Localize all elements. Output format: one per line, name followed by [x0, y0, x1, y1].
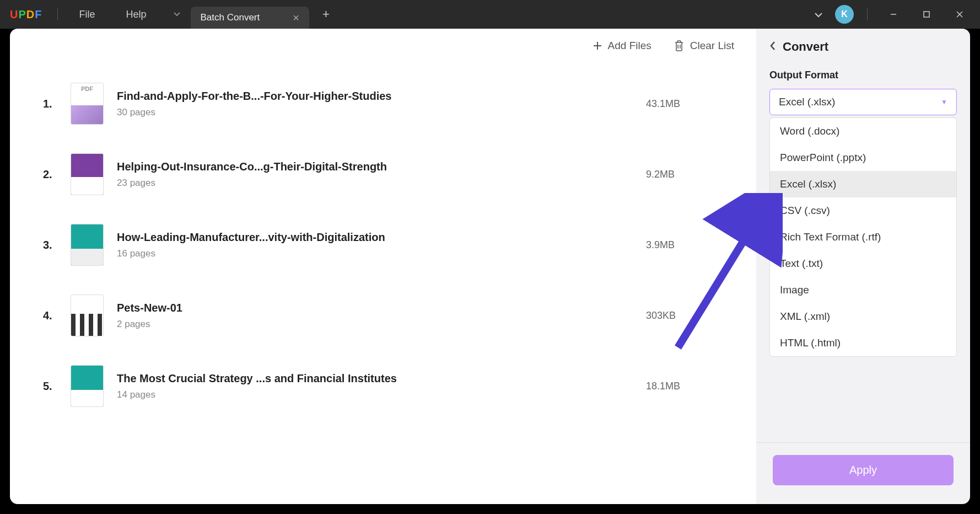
format-option[interactable]: PowerPoint (.pptx) — [770, 144, 956, 171]
chevron-down-icon[interactable] — [810, 9, 827, 20]
user-avatar[interactable]: K — [835, 5, 854, 24]
main-panel: Add Files Clear List 1.Find-and-Apply-Fo… — [10, 29, 756, 504]
panel-body: Output Format Excel (.xlsx) ▼ Word (.doc… — [756, 65, 970, 442]
titlebar: UPDF File Help Batch Convert × + K — [0, 0, 980, 29]
file-row[interactable]: 1.Find-and-Apply-For-the-B...-For-Your-H… — [43, 68, 723, 139]
tab-batch-convert[interactable]: Batch Convert × — [191, 7, 309, 29]
file-size: 9.2MB — [646, 169, 723, 180]
file-thumbnail — [71, 295, 104, 336]
maximize-button[interactable] — [914, 6, 939, 23]
file-name: Pets-New-01 — [117, 302, 646, 314]
close-window-button[interactable] — [947, 6, 972, 23]
workspace: Add Files Clear List 1.Find-and-Apply-Fo… — [0, 29, 980, 514]
file-name: The Most Crucial Strategy ...s and Finan… — [117, 372, 646, 385]
file-pages: 16 pages — [117, 248, 646, 259]
file-number: 1. — [43, 98, 71, 110]
divider — [867, 8, 868, 20]
file-thumbnail — [71, 365, 104, 407]
format-option[interactable]: XML (.xml) — [770, 303, 956, 330]
format-option[interactable]: Word (.docx) — [770, 118, 956, 144]
trash-icon — [674, 40, 685, 52]
file-number: 3. — [43, 239, 71, 251]
file-size: 18.1MB — [646, 381, 723, 392]
panel-footer: Apply — [756, 442, 970, 504]
file-toolbar: Add Files Clear List — [10, 29, 756, 52]
dropdown-arrow-icon: ▼ — [941, 98, 947, 106]
menu-file[interactable]: File — [63, 9, 110, 20]
file-pages: 2 pages — [117, 319, 646, 330]
selected-format: Excel (.xlsx) — [779, 96, 835, 108]
panel-header: Convert — [756, 29, 970, 65]
back-icon[interactable] — [769, 40, 776, 53]
file-pages: 14 pages — [117, 389, 646, 400]
file-name: Find-and-Apply-For-the-B...-For-Your-Hig… — [117, 90, 646, 103]
format-option[interactable]: Excel (.xlsx) — [770, 171, 956, 197]
format-option[interactable]: CSV (.csv) — [770, 197, 956, 224]
convert-panel: Convert Output Format Excel (.xlsx) ▼ Wo… — [756, 29, 970, 504]
file-info: Pets-New-012 pages — [117, 302, 646, 330]
file-name: How-Leading-Manufacturer...vity-with-Dig… — [117, 231, 646, 244]
output-format-label: Output Format — [769, 69, 957, 81]
tab-dropdown[interactable] — [166, 4, 187, 25]
panel-title: Convert — [783, 40, 828, 54]
file-thumbnail — [71, 153, 104, 195]
add-files-button[interactable]: Add Files — [593, 40, 651, 52]
file-number: 5. — [43, 380, 71, 393]
apply-button[interactable]: Apply — [773, 455, 954, 485]
file-info: Find-and-Apply-For-the-B...-For-Your-Hig… — [117, 90, 646, 118]
format-option[interactable]: Text (.txt) — [770, 250, 956, 277]
file-size: 3.9MB — [646, 239, 723, 251]
new-tab-button[interactable]: + — [317, 7, 335, 22]
menu-help[interactable]: Help — [110, 9, 161, 20]
app-logo: UPDF — [0, 8, 52, 21]
clear-list-label: Clear List — [690, 40, 734, 52]
file-row[interactable]: 3.How-Leading-Manufacturer...vity-with-D… — [43, 210, 723, 280]
add-files-label: Add Files — [608, 40, 651, 52]
format-option[interactable]: Rich Text Format (.rtf) — [770, 224, 956, 250]
file-pages: 23 pages — [117, 178, 646, 189]
file-row[interactable]: 2.Helping-Out-Insurance-Co...g-Their-Dig… — [43, 139, 723, 210]
clear-list-button[interactable]: Clear List — [674, 40, 734, 52]
divider — [57, 8, 58, 20]
format-dropdown: Word (.docx)PowerPoint (.pptx)Excel (.xl… — [769, 117, 957, 357]
format-option[interactable]: HTML (.html) — [770, 330, 956, 356]
file-info: How-Leading-Manufacturer...vity-with-Dig… — [117, 231, 646, 259]
plus-icon — [593, 41, 602, 51]
minimize-button[interactable] — [881, 6, 906, 23]
file-number: 4. — [43, 309, 71, 322]
file-pages: 30 pages — [117, 107, 646, 118]
file-info: Helping-Out-Insurance-Co...g-Their-Digit… — [117, 160, 646, 189]
file-number: 2. — [43, 168, 71, 181]
close-tab-icon[interactable]: × — [293, 12, 299, 24]
format-option[interactable]: Image — [770, 277, 956, 303]
file-size: 43.1MB — [646, 98, 723, 110]
file-thumbnail — [71, 83, 104, 125]
file-row[interactable]: 4.Pets-New-012 pages303KB — [43, 280, 723, 351]
file-size: 303KB — [646, 310, 723, 322]
file-name: Helping-Out-Insurance-Co...g-Their-Digit… — [117, 160, 646, 173]
tab-title: Batch Convert — [201, 12, 260, 23]
file-info: The Most Crucial Strategy ...s and Finan… — [117, 372, 646, 400]
file-thumbnail — [71, 224, 104, 266]
svg-rect-1 — [924, 12, 929, 17]
output-format-select[interactable]: Excel (.xlsx) ▼ — [769, 89, 957, 115]
titlebar-right: K — [810, 5, 980, 24]
file-row[interactable]: 5.The Most Crucial Strategy ...s and Fin… — [43, 351, 723, 421]
file-list: 1.Find-and-Apply-For-the-B...-For-Your-H… — [10, 52, 756, 438]
